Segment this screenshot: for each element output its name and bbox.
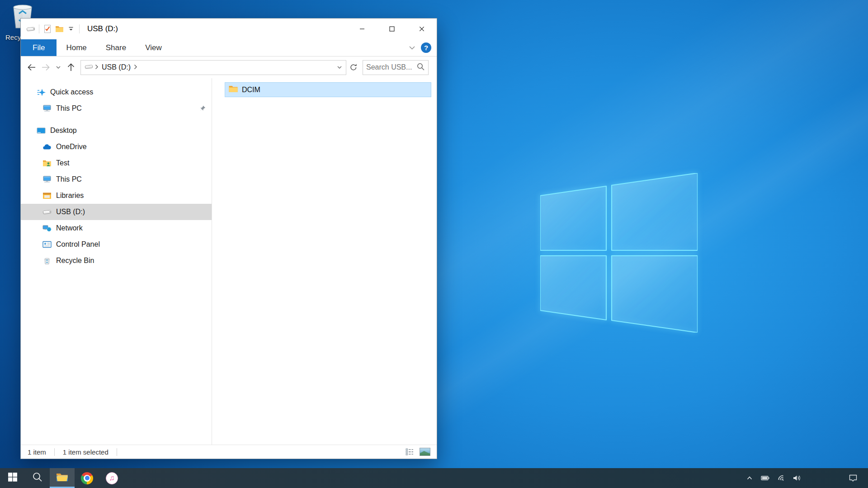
sidebar-item-this-pc-pinned[interactable]: This PC	[21, 100, 212, 117]
sidebar-item-quick-access[interactable]: Quick access	[21, 84, 212, 100]
folder-icon	[228, 85, 238, 95]
close-button[interactable]	[407, 19, 437, 39]
selection-status: 1 item selected	[61, 448, 110, 456]
quick-access-star-icon	[36, 88, 46, 97]
statusbar-divider	[117, 448, 117, 456]
large-icons-view-button[interactable]	[419, 447, 431, 457]
tab-file[interactable]: File	[21, 39, 57, 56]
up-button[interactable]	[64, 61, 78, 75]
breadcrumb-segment[interactable]: USB (D:)	[102, 63, 131, 71]
taskbar-search-button[interactable]	[25, 468, 50, 488]
chrome-icon	[81, 472, 93, 484]
system-tray	[741, 468, 868, 488]
back-button[interactable]	[24, 61, 38, 75]
window-usb-drive-icon	[25, 23, 37, 35]
maximize-button[interactable]	[377, 19, 407, 39]
search-icon	[32, 472, 43, 484]
sidebar-item-label: Quick access	[50, 88, 93, 96]
file-list-pane[interactable]: DCIM	[212, 78, 437, 445]
sidebar-item-desktop[interactable]: Desktop	[21, 122, 212, 139]
help-button[interactable]: ?	[421, 42, 431, 53]
search-box[interactable]	[363, 60, 429, 75]
navigation-toolbar: USB (D:)	[21, 56, 437, 78]
battery-icon[interactable]	[757, 468, 773, 488]
window-title: USB (D:)	[87, 24, 118, 33]
user-folder-icon	[42, 160, 52, 167]
sidebar-item-usb-d[interactable]: USB (D:)	[21, 204, 212, 220]
sidebar-item-this-pc[interactable]: This PC	[21, 171, 212, 188]
recent-locations-chevron[interactable]	[52, 61, 64, 75]
taskbar-itunes-button[interactable]: ♫	[99, 468, 124, 488]
volume-icon[interactable]	[789, 468, 805, 488]
hidden-icons-chevron[interactable]	[741, 468, 757, 488]
sidebar-item-label: Control Panel	[56, 240, 100, 249]
control-panel-icon	[42, 241, 52, 248]
libraries-folder-icon	[42, 192, 52, 199]
customize-quick-access-dropdown[interactable]	[65, 23, 77, 35]
tab-home[interactable]: Home	[57, 39, 96, 56]
sidebar-item-recycle-bin[interactable]: Recycle Bin	[21, 253, 212, 269]
titlebar-separator	[79, 24, 80, 33]
sidebar-item-label: This PC	[56, 175, 82, 183]
statusbar: 1 item 1 item selected	[21, 445, 437, 459]
sidebar-item-label: OneDrive	[56, 143, 87, 151]
tab-share[interactable]: Share	[96, 39, 136, 56]
sidebar-item-control-panel[interactable]: Control Panel	[21, 236, 212, 253]
forward-button[interactable]	[38, 61, 52, 75]
breadcrumb-chevron-icon[interactable]	[95, 63, 99, 71]
sidebar-item-libraries[interactable]: Libraries	[21, 188, 212, 204]
sidebar-item-label: Test	[56, 159, 69, 167]
address-bar[interactable]: USB (D:)	[80, 60, 346, 75]
titlebar-separator	[39, 24, 39, 33]
pin-icon	[199, 105, 206, 114]
onedrive-cloud-icon	[42, 144, 52, 150]
taskbar-file-explorer-button[interactable]	[50, 468, 75, 488]
ribbon-tabstrip: File Home Share View ?	[21, 39, 437, 56]
refresh-button[interactable]	[347, 61, 360, 75]
statusbar-divider	[54, 448, 55, 456]
this-pc-monitor-icon	[42, 176, 52, 183]
music-note-icon: ♫	[106, 472, 118, 484]
sidebar-item-test[interactable]: Test	[21, 155, 212, 171]
network-icon	[42, 225, 52, 232]
desktop-icon	[36, 127, 46, 134]
action-center-button[interactable]	[842, 468, 864, 488]
address-dropdown-chevron[interactable]	[337, 63, 342, 71]
navigation-pane: Quick access This PC	[21, 78, 212, 445]
file-name: DCIM	[242, 86, 260, 94]
expand-ribbon-chevron-icon[interactable]	[409, 44, 415, 52]
new-folder-quick-button[interactable]	[53, 23, 65, 35]
titlebar[interactable]: USB (D:)	[21, 19, 437, 39]
file-explorer-icon	[56, 472, 68, 484]
properties-quick-button[interactable]	[42, 23, 53, 35]
search-icon[interactable]	[416, 62, 425, 73]
minimize-button[interactable]	[347, 19, 377, 39]
address-usb-drive-icon	[85, 63, 94, 71]
sidebar-item-label: Network	[56, 224, 83, 232]
item-count: 1 item	[26, 448, 47, 456]
sidebar-item-label: Desktop	[50, 127, 77, 135]
search-input[interactable]	[366, 63, 416, 71]
tab-view[interactable]: View	[136, 39, 171, 56]
windows-logo-wallpaper	[540, 173, 698, 333]
windows-logo-icon	[8, 473, 17, 483]
sidebar-item-label: Libraries	[56, 192, 84, 200]
recycle-bin-icon	[42, 257, 52, 264]
breadcrumb-chevron-icon[interactable]	[134, 63, 137, 71]
sidebar-item-label: Recycle Bin	[56, 257, 94, 265]
wifi-icon[interactable]	[773, 468, 789, 488]
file-explorer-window: USB (D:) File Home Share View ?	[20, 18, 437, 459]
sidebar-item-onedrive[interactable]: OneDrive	[21, 139, 212, 155]
sidebar-item-label: USB (D:)	[56, 208, 85, 216]
usb-drive-icon	[42, 209, 52, 215]
details-view-button[interactable]	[404, 447, 415, 457]
sidebar-item-label: This PC	[56, 104, 82, 113]
start-button[interactable]	[0, 468, 25, 488]
file-item-dcim[interactable]: DCIM	[225, 82, 431, 97]
sidebar-item-network[interactable]: Network	[21, 220, 212, 236]
taskbar: ♫	[0, 468, 868, 488]
this-pc-monitor-icon	[42, 105, 52, 112]
taskbar-chrome-button[interactable]	[75, 468, 99, 488]
